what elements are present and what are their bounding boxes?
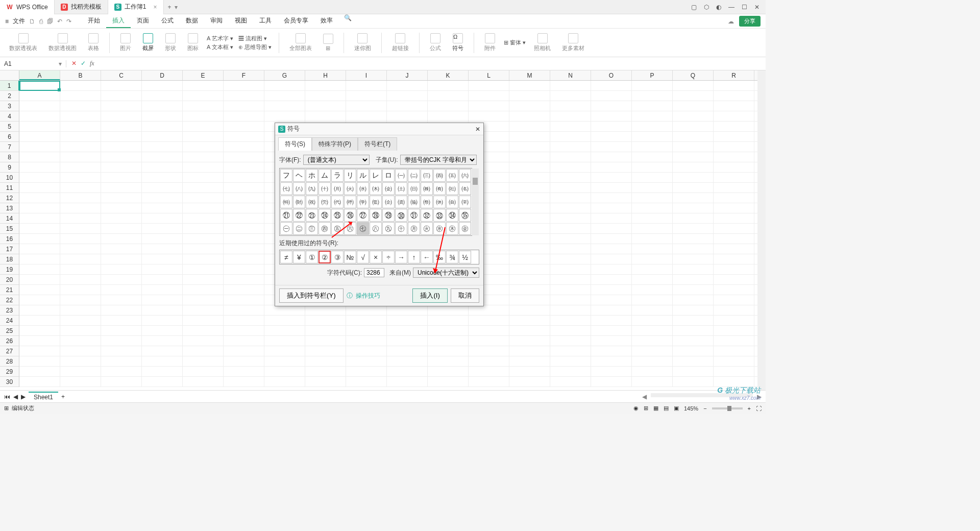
- symbol-cell[interactable]: ㈡: [408, 169, 420, 182]
- font-select[interactable]: (普通文本): [303, 155, 370, 165]
- row-header[interactable]: 4: [0, 111, 19, 122]
- row-header[interactable]: 16: [0, 234, 19, 244]
- symbol-cell[interactable]: ㉒: [293, 209, 305, 222]
- tab-wps[interactable]: WWPS Office: [0, 0, 55, 14]
- symbol-cell[interactable]: ㉘: [370, 209, 382, 222]
- menu-icon[interactable]: ≡: [5, 18, 9, 25]
- symbol-cell[interactable]: ㈦: [280, 182, 292, 195]
- row-header[interactable]: 22: [0, 295, 19, 305]
- col-header[interactable]: R: [714, 70, 754, 80]
- symbol-cell[interactable]: ㊎: [459, 222, 471, 235]
- art-button[interactable]: A 艺术字 ▾: [207, 35, 233, 42]
- sheet-tab[interactable]: Sheet1: [29, 392, 58, 402]
- symbol-cell[interactable]: ㈲: [433, 182, 446, 195]
- vertical-scrollbar[interactable]: [757, 70, 766, 390]
- symbol-cell[interactable]: ㉝: [433, 209, 446, 222]
- col-header[interactable]: Q: [673, 70, 714, 80]
- symbol-cell[interactable]: ㈩: [318, 182, 331, 195]
- symbol-cell[interactable]: ラ: [331, 169, 344, 182]
- hscroll-left-icon[interactable]: ◀: [642, 393, 647, 400]
- symbol-cell[interactable]: ㉖: [344, 209, 356, 222]
- mindmap-button[interactable]: ⊕ 思维导图 ▾: [238, 43, 272, 51]
- recent-symbol[interactable]: ½: [459, 251, 471, 263]
- tab-symbolbar[interactable]: 符号栏(T): [358, 137, 397, 151]
- row-header[interactable]: 11: [0, 183, 19, 193]
- tab-vip[interactable]: 会员专享: [278, 14, 314, 28]
- cancel-button[interactable]: 取消: [451, 288, 479, 303]
- row-header[interactable]: 20: [0, 275, 19, 285]
- table-button[interactable]: 表格: [85, 33, 102, 52]
- symbol-cell[interactable]: ㈶: [293, 196, 305, 208]
- share-button[interactable]: 分享: [739, 16, 761, 27]
- symbol-cell[interactable]: ㉁: [433, 196, 446, 208]
- symbol-cell[interactable]: ㉟: [459, 209, 471, 222]
- eye-icon[interactable]: ◉: [633, 405, 639, 412]
- shape-button[interactable]: 形状: [162, 33, 179, 52]
- col-header[interactable]: A: [19, 70, 60, 80]
- dropdown-icon[interactable]: ▾: [175, 4, 178, 11]
- zoom-in-icon[interactable]: +: [748, 405, 751, 412]
- symbol-cell[interactable]: ㉀: [421, 196, 433, 208]
- row-header[interactable]: 15: [0, 224, 19, 234]
- recent-symbol[interactable]: →: [395, 251, 407, 263]
- link-button[interactable]: 超链接: [389, 33, 412, 52]
- cancel-icon[interactable]: ✕: [71, 60, 77, 67]
- symbol-cell[interactable]: ㊍: [446, 222, 458, 235]
- symbol-cell[interactable]: ㈠: [395, 169, 407, 182]
- symbol-scrollbar[interactable]: [472, 168, 479, 235]
- row-header[interactable]: 9: [0, 162, 19, 173]
- row-header[interactable]: 5: [0, 122, 19, 132]
- row-header[interactable]: 21: [0, 285, 19, 295]
- zoom-slider[interactable]: [712, 407, 743, 409]
- more-button[interactable]: 更多素材: [559, 33, 587, 52]
- symbol-cell[interactable]: ㊈: [382, 222, 395, 235]
- recent-symbol[interactable]: ≠: [280, 251, 292, 263]
- symbol-button[interactable]: Ω符号: [449, 33, 467, 52]
- row-header[interactable]: 13: [0, 203, 19, 213]
- row-header[interactable]: 12: [0, 193, 19, 203]
- col-header[interactable]: G: [264, 70, 305, 80]
- from-select[interactable]: Unicode(十六进制): [413, 268, 479, 278]
- minimize-icon[interactable]: —: [728, 4, 734, 11]
- symbol-cell[interactable]: ㈺: [344, 196, 356, 208]
- symbol-cell[interactable]: ㈼: [370, 196, 382, 208]
- row-header[interactable]: 26: [0, 336, 19, 346]
- row-header[interactable]: 24: [0, 316, 19, 326]
- symbol-cell[interactable]: ㈰: [408, 182, 420, 195]
- col-header[interactable]: M: [509, 70, 550, 80]
- row-header[interactable]: 2: [0, 91, 19, 101]
- textbox-button[interactable]: A 文本框 ▾: [207, 43, 233, 51]
- reader-view-icon[interactable]: ▣: [674, 405, 679, 412]
- fullscreen-icon[interactable]: ⛶: [756, 405, 762, 412]
- subset-select[interactable]: 带括号的CJK 字母和月份: [400, 155, 477, 165]
- file-menu[interactable]: 文件: [13, 17, 25, 26]
- stat-button[interactable]: ⊞: [320, 34, 336, 52]
- symbol-cell[interactable]: ㉃: [459, 196, 471, 208]
- maximize-icon[interactable]: ☐: [742, 4, 747, 11]
- insert-button[interactable]: 插入(I): [412, 288, 448, 303]
- symbol-cell[interactable]: ㊅: [344, 222, 356, 235]
- symbol-cell[interactable]: ㈹: [331, 196, 344, 208]
- confirm-icon[interactable]: ✓: [81, 60, 86, 67]
- tab-formula[interactable]: 公式: [155, 14, 180, 28]
- tab-docer[interactable]: D找稻壳模板: [55, 0, 108, 14]
- recent-symbol[interactable]: ②: [318, 251, 331, 263]
- tab-page[interactable]: 页面: [131, 14, 155, 28]
- close-icon[interactable]: ×: [153, 4, 157, 11]
- symbol-cell[interactable]: ㊌: [433, 222, 446, 235]
- col-header[interactable]: O: [591, 70, 632, 80]
- symbol-cell[interactable]: ㈮: [382, 182, 395, 195]
- symbol-cell[interactable]: レ: [370, 169, 382, 182]
- symbol-cell[interactable]: ㈳: [446, 182, 458, 195]
- symbol-cell[interactable]: ル: [357, 169, 369, 182]
- col-header[interactable]: E: [183, 70, 224, 80]
- picture-button[interactable]: 图片: [117, 33, 134, 52]
- recent-symbol[interactable]: ①: [306, 251, 318, 263]
- row-header[interactable]: 19: [0, 264, 19, 275]
- recent-symbol[interactable]: ×: [370, 251, 382, 263]
- symbol-cell[interactable]: リ: [344, 169, 356, 182]
- redo-icon[interactable]: ↷: [66, 18, 71, 25]
- symbol-cell[interactable]: ㉛: [408, 209, 420, 222]
- page-view-icon[interactable]: ▤: [664, 405, 669, 412]
- symbol-cell[interactable]: ㈥: [459, 169, 471, 182]
